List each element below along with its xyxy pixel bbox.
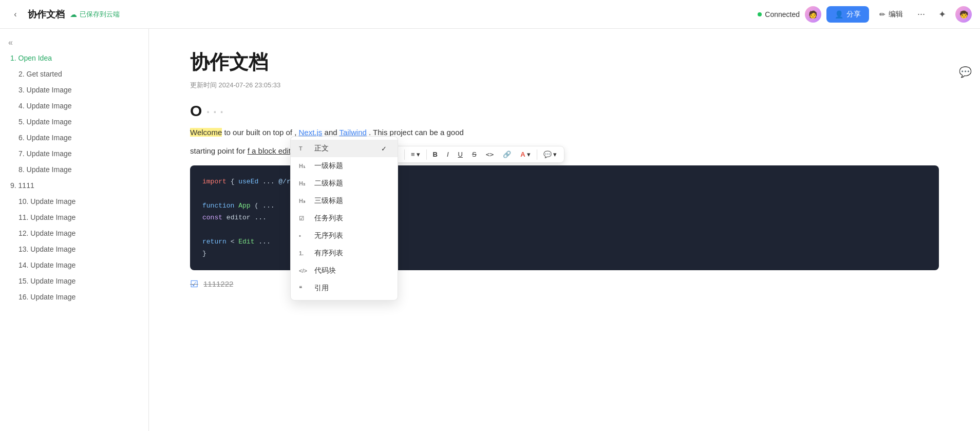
connected-label: Connected — [765, 10, 800, 18]
menu-label-1: 一级标题 — [314, 161, 343, 171]
para-text-4: . This project can be a good — [369, 128, 464, 137]
strikethrough-icon: S — [472, 151, 477, 158]
checkbox-checked-icon: ☑ — [190, 278, 198, 290]
color-icon: A — [520, 151, 525, 158]
link-button[interactable]: 🔗 — [499, 148, 515, 160]
edit-label: 编辑 — [889, 10, 903, 19]
sidebar-item-4[interactable]: 5. Update Image — [0, 114, 148, 130]
menu-prefix-0: T — [299, 145, 309, 152]
settings-icon: ✦ — [938, 9, 946, 20]
underline-button[interactable]: U — [454, 148, 467, 160]
para-text-2: built on top of , — [246, 128, 299, 137]
highlight-welcome: Welcome — [190, 128, 222, 137]
para-text-3: and — [325, 128, 340, 137]
sidebar-item-9[interactable]: 10. Update Image — [0, 194, 148, 210]
topbar-left: ‹ 协作文档 ☁ 已保存到云端 — [8, 7, 751, 22]
menu-prefix-5: • — [299, 233, 309, 239]
dropdown-item-4[interactable]: ☑任务列表 — [291, 210, 398, 227]
settings-button[interactable]: ✦ — [934, 7, 950, 22]
align-icon: ≡ — [411, 151, 415, 158]
more-button[interactable]: ··· — [913, 7, 929, 22]
menu-label-6: 有序列表 — [314, 249, 343, 258]
doc-main-title: 协作文档 — [190, 49, 939, 76]
menu-label-0: 正文 — [314, 144, 329, 153]
sidebar-item-13[interactable]: 14. Update Image — [0, 257, 148, 273]
sidebar-item-15[interactable]: 16. Update Image — [0, 289, 148, 305]
comment-panel-button[interactable]: 💬 — [959, 66, 972, 78]
section-dots: · · · — [206, 105, 223, 119]
color-chevron: ▾ — [527, 151, 531, 158]
topbar-doc-title: 协作文档 — [28, 8, 65, 21]
share-label: 分享 — [846, 10, 861, 19]
menu-prefix-4: ☑ — [299, 215, 309, 222]
share-button[interactable]: 👤 分享 — [826, 6, 869, 23]
back-button[interactable]: ‹ — [8, 7, 23, 22]
comment-toolbar-icon: 💬 — [543, 151, 552, 158]
sidebar: « 1. Open Idea2. Get started3. Update Im… — [0, 29, 149, 431]
nextjs-link[interactable]: Next.js — [299, 128, 323, 137]
para-text-1: to our — [224, 128, 246, 137]
comment-icon: 💬 — [959, 66, 972, 78]
comment-button[interactable]: 💬 ▾ — [539, 148, 561, 160]
user-avatar-2[interactable]: 🧒 — [955, 6, 972, 23]
tailwind-link[interactable]: Tailwind — [339, 128, 366, 137]
dropdown-item-1[interactable]: H₁一级标题 — [291, 157, 398, 175]
save-status: ☁ 已保存到云端 — [70, 10, 120, 19]
menu-prefix-7: </> — [299, 268, 309, 274]
dropdown-item-3[interactable]: H₃三级标题 — [291, 192, 398, 210]
menu-label-7: 代码块 — [314, 266, 336, 275]
sidebar-item-2[interactable]: 3. Update Image — [0, 82, 148, 98]
sidebar-item-0[interactable]: 1. Open Idea — [0, 50, 148, 66]
dropdown-item-6[interactable]: 1.有序列表 — [291, 245, 398, 262]
color-button[interactable]: A ▾ — [516, 148, 534, 160]
strikethrough-button[interactable]: S — [468, 148, 481, 160]
user-avatar-1[interactable]: 🧑 — [805, 6, 821, 23]
toolbar-divider-2 — [404, 149, 405, 160]
dropdown-item-7[interactable]: </>代码块 — [291, 262, 398, 279]
menu-label-4: 任务列表 — [314, 214, 343, 223]
main-layout: « 1. Open Idea2. Get started3. Update Im… — [0, 29, 980, 431]
dropdown-item-8[interactable]: ❝引用 — [291, 279, 398, 297]
dropdown-item-0[interactable]: T正文✓ — [291, 140, 398, 157]
sidebar-item-6[interactable]: 7. Update Image — [0, 146, 148, 162]
sidebar-item-11[interactable]: 12. Update Image — [0, 226, 148, 241]
menu-label-3: 三级标题 — [314, 196, 343, 205]
sidebar-item-5[interactable]: 6. Update Image — [0, 130, 148, 146]
sidebar-toggle[interactable]: « — [0, 35, 148, 50]
menu-check-icon: ✓ — [381, 145, 389, 153]
more-icon: ··· — [917, 9, 925, 19]
inline-code-button[interactable]: <> — [482, 148, 498, 160]
share-icon: 👤 — [835, 10, 843, 18]
checkbox-label: 1111222 — [203, 279, 233, 288]
menu-label-2: 二级标题 — [314, 179, 343, 188]
bold-button[interactable]: B — [429, 148, 442, 160]
sidebar-item-7[interactable]: 8. Update Image — [0, 162, 148, 178]
section-heading-partial: O · · · — [190, 102, 939, 120]
sidebar-item-1[interactable]: 2. Get started — [0, 66, 148, 82]
cloud-icon: ☁ — [70, 10, 77, 18]
topbar: ‹ 协作文档 ☁ 已保存到云端 Connected 🧑 👤 分享 ✏ 编辑 ··… — [0, 0, 980, 29]
italic-button[interactable]: I — [443, 148, 453, 160]
align-button[interactable]: ≡ ▾ — [407, 148, 424, 160]
pencil-icon: ✏ — [879, 10, 885, 18]
content-area: 💬 协作文档 更新时间 2024-07-26 23:05:33 O · · · … — [149, 29, 980, 431]
edit-button[interactable]: ✏ 编辑 — [874, 7, 908, 22]
italic-icon: I — [447, 151, 449, 158]
menu-label-8: 引用 — [314, 284, 329, 293]
dropdown-item-2[interactable]: H₂二级标题 — [291, 175, 398, 192]
underline-icon: U — [458, 151, 463, 158]
sidebar-item-10[interactable]: 11. Update Image — [0, 210, 148, 226]
para-text-5: starting point for — [190, 146, 246, 155]
align-chevron: ▾ — [417, 151, 420, 158]
comment-chevron: ▾ — [553, 151, 557, 158]
connected-dot — [758, 12, 762, 16]
sidebar-item-14[interactable]: 15. Update Image — [0, 273, 148, 289]
sidebar-item-8[interactable]: 9. 1111 — [0, 178, 148, 194]
back-icon: ‹ — [14, 10, 16, 19]
sidebar-item-3[interactable]: 4. Update Image — [0, 98, 148, 114]
menu-prefix-2: H₂ — [299, 180, 309, 187]
dropdown-item-5[interactable]: •无序列表 — [291, 227, 398, 245]
save-label: 已保存到云端 — [80, 10, 120, 19]
toolbar-divider-3 — [426, 149, 427, 160]
sidebar-item-12[interactable]: 13. Update Image — [0, 241, 148, 257]
